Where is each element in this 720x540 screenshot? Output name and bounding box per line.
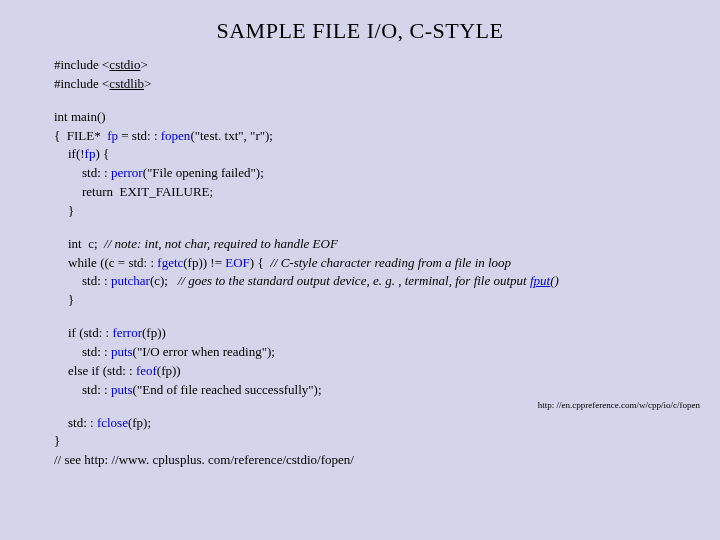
- main-block: int main() { FILE* fp = std: : fopen("te…: [54, 108, 700, 221]
- end-brace: }: [54, 432, 700, 451]
- puts2-args: ("End of file reached successfully");: [133, 382, 322, 397]
- putchar-line: std: : putchar(c); // goes to the standa…: [54, 272, 700, 291]
- include-line-2: #include <cstdlib>: [54, 75, 700, 94]
- while-pre: while ((c = std: :: [68, 255, 157, 270]
- return-line: return EXIT_FAILURE;: [54, 183, 700, 202]
- perror-line: std: : perror("File opening failed");: [54, 164, 700, 183]
- putchar-comment: // goes to the standard output device, e…: [178, 273, 559, 288]
- ferror-fn: ferror: [112, 325, 142, 340]
- putchar-pre: std: :: [82, 273, 111, 288]
- eof-const: EOF: [225, 255, 250, 270]
- fclose-post: (fp);: [128, 415, 151, 430]
- brace2: }: [54, 291, 700, 310]
- putchar-fn: putchar: [111, 273, 150, 288]
- fopen-fn: fopen: [161, 128, 191, 143]
- perror-pre: std: :: [82, 165, 111, 180]
- puts2-pre: std: :: [82, 382, 111, 397]
- decl-pre: int c;: [68, 236, 104, 251]
- elseif-line: else if (std: : feof(fp)): [54, 362, 700, 381]
- perror-fn: perror: [111, 165, 143, 180]
- fgetc-fn: fgetc: [157, 255, 183, 270]
- includes-block: #include <cstdio> #include <cstdlib>: [54, 56, 700, 94]
- elseif-post: (fp)): [157, 363, 181, 378]
- feof-fn: feof: [136, 363, 157, 378]
- brace1: }: [54, 202, 700, 221]
- include2-post: >: [144, 76, 151, 91]
- while-comment: // C-style character reading from a file…: [270, 255, 511, 270]
- ferror-pre: if (std: :: [68, 325, 112, 340]
- fopen-args: ("test. txt", "r");: [190, 128, 273, 143]
- tail-block: if (std: : ferror(fp)) std: : puts("I/O …: [54, 324, 700, 399]
- decl-comment: // note: int, not char, required to hand…: [104, 236, 338, 251]
- puts2-fn: puts: [111, 382, 133, 397]
- loop-block: int c; // note: int, not char, required …: [54, 235, 700, 310]
- include2-pre: #include <: [54, 76, 109, 91]
- close-block: std: : fclose(fp); } // see http: //www.…: [54, 414, 700, 471]
- footnote-url: http: //en.cppreference.com/w/cpp/io/c/f…: [538, 400, 700, 410]
- perror-args: ("File opening failed");: [143, 165, 264, 180]
- main-sig: int main(): [54, 108, 700, 127]
- if-fp: fp: [85, 146, 96, 161]
- include-line-1: #include <cstdio>: [54, 56, 700, 75]
- if-line: if(!fp) {: [54, 145, 700, 164]
- open-brace: { FILE*: [54, 128, 107, 143]
- while-line: while ((c = std: : fgetc(fp)) != EOF) { …: [54, 254, 700, 273]
- elseif-pre: else if (std: :: [68, 363, 136, 378]
- fput-fn: fput: [530, 273, 550, 288]
- int-c-line: int c; // note: int, not char, required …: [54, 235, 700, 254]
- ferror-line: if (std: : ferror(fp)): [54, 324, 700, 343]
- fclose-fn: fclose: [97, 415, 128, 430]
- fp-var: fp: [107, 128, 118, 143]
- fclose-line: std: : fclose(fp);: [54, 414, 700, 433]
- ferror-post: (fp)): [142, 325, 166, 340]
- puts1-fn: puts: [111, 344, 133, 359]
- fclose-pre: std: :: [68, 415, 97, 430]
- puts1-args: ("I/O error when reading");: [133, 344, 275, 359]
- putchar-comment-post: (): [550, 273, 559, 288]
- while-mid: (fp)) !=: [183, 255, 225, 270]
- slide-title: SAMPLE FILE I/O, C-STYLE: [0, 0, 720, 56]
- while-post: ) {: [250, 255, 270, 270]
- puts2-line: std: : puts("End of file reached success…: [54, 381, 700, 400]
- putchar-post: (c);: [150, 273, 178, 288]
- eq: = std: :: [118, 128, 161, 143]
- include1-pre: #include <: [54, 57, 109, 72]
- if-post: ) {: [95, 146, 109, 161]
- include1-lib: cstdio: [109, 57, 140, 72]
- if-pre: if(!: [68, 146, 85, 161]
- include1-post: >: [140, 57, 147, 72]
- include2-lib: cstdlib: [109, 76, 144, 91]
- see-comment: // see http: //www. cplusplus. com/refer…: [54, 451, 700, 470]
- putchar-comment-pre: // goes to the standard output device, e…: [178, 273, 530, 288]
- puts1-pre: std: :: [82, 344, 111, 359]
- puts1-line: std: : puts("I/O error when reading");: [54, 343, 700, 362]
- file-open-line: { FILE* fp = std: : fopen("test. txt", "…: [54, 127, 700, 146]
